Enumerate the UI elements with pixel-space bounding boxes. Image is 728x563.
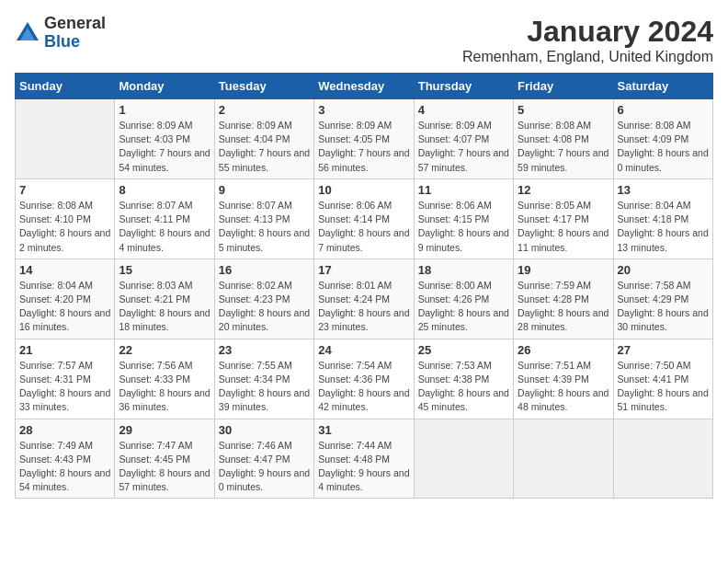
day-info: Sunrise: 7:54 AMSunset: 4:36 PMDaylight:… (318, 359, 409, 415)
calendar-week-row: 28Sunrise: 7:49 AMSunset: 4:43 PMDayligh… (16, 419, 713, 499)
day-info: Sunrise: 7:44 AMSunset: 4:48 PMDaylight:… (318, 439, 409, 495)
weekday-header-row: SundayMondayTuesdayWednesdayThursdayFrid… (16, 74, 713, 99)
calendar-cell: 1Sunrise: 8:09 AMSunset: 4:03 PMDaylight… (115, 99, 214, 179)
day-number: 1 (119, 103, 210, 117)
day-info: Sunrise: 8:08 AMSunset: 4:10 PMDaylight:… (19, 199, 110, 255)
logo: General Blue (15, 15, 106, 52)
calendar-cell: 18Sunrise: 8:00 AMSunset: 4:26 PMDayligh… (414, 259, 513, 339)
day-number: 21 (19, 343, 110, 357)
calendar-cell: 13Sunrise: 8:04 AMSunset: 4:18 PMDayligh… (613, 178, 712, 259)
day-number: 29 (119, 423, 210, 437)
day-number: 11 (418, 183, 509, 197)
calendar-cell: 30Sunrise: 7:46 AMSunset: 4:47 PMDayligh… (214, 419, 313, 499)
day-info: Sunrise: 8:03 AMSunset: 4:21 PMDaylight:… (119, 279, 210, 335)
calendar-cell: 29Sunrise: 7:47 AMSunset: 4:45 PMDayligh… (115, 419, 214, 499)
day-info: Sunrise: 8:00 AMSunset: 4:26 PMDaylight:… (418, 279, 509, 335)
day-info: Sunrise: 8:09 AMSunset: 4:05 PMDaylight:… (318, 119, 409, 175)
calendar-subtitle: Remenham, England, United Kingdom (462, 49, 713, 65)
day-info: Sunrise: 7:51 AMSunset: 4:39 PMDaylight:… (518, 359, 609, 415)
calendar-week-row: 14Sunrise: 8:04 AMSunset: 4:20 PMDayligh… (16, 259, 713, 339)
day-number: 12 (518, 183, 609, 197)
day-number: 13 (618, 183, 709, 197)
calendar-cell: 11Sunrise: 8:06 AMSunset: 4:15 PMDayligh… (414, 178, 513, 259)
day-info: Sunrise: 8:06 AMSunset: 4:14 PMDaylight:… (318, 199, 409, 255)
calendar-cell: 4Sunrise: 8:09 AMSunset: 4:07 PMDaylight… (414, 99, 513, 179)
day-number: 30 (219, 423, 310, 437)
calendar-cell: 15Sunrise: 8:03 AMSunset: 4:21 PMDayligh… (115, 259, 214, 339)
calendar-cell: 14Sunrise: 8:04 AMSunset: 4:20 PMDayligh… (16, 259, 115, 339)
calendar-cell: 6Sunrise: 8:08 AMSunset: 4:09 PMDaylight… (613, 99, 712, 179)
weekday-header: Friday (514, 74, 613, 99)
calendar-cell: 5Sunrise: 8:08 AMSunset: 4:08 PMDaylight… (514, 99, 613, 179)
weekday-header: Sunday (16, 74, 115, 99)
calendar-cell: 2Sunrise: 8:09 AMSunset: 4:04 PMDaylight… (214, 99, 313, 179)
calendar-cell (414, 419, 513, 499)
day-number: 17 (318, 263, 409, 277)
day-number: 16 (219, 263, 310, 277)
day-number: 9 (219, 183, 310, 197)
calendar-cell: 7Sunrise: 8:08 AMSunset: 4:10 PMDaylight… (16, 178, 115, 259)
calendar-cell: 21Sunrise: 7:57 AMSunset: 4:31 PMDayligh… (16, 339, 115, 419)
calendar-week-row: 7Sunrise: 8:08 AMSunset: 4:10 PMDaylight… (16, 178, 713, 259)
calendar-cell (514, 419, 613, 499)
weekday-header: Monday (115, 74, 214, 99)
calendar-title: January 2024 (462, 15, 713, 49)
day-number: 2 (219, 103, 310, 117)
calendar-cell: 31Sunrise: 7:44 AMSunset: 4:48 PMDayligh… (314, 419, 414, 499)
weekday-header: Saturday (613, 74, 712, 99)
day-info: Sunrise: 7:59 AMSunset: 4:28 PMDaylight:… (518, 279, 609, 335)
day-number: 3 (318, 103, 409, 117)
day-number: 23 (219, 343, 310, 357)
calendar-cell: 19Sunrise: 7:59 AMSunset: 4:28 PMDayligh… (514, 259, 613, 339)
day-info: Sunrise: 7:53 AMSunset: 4:38 PMDaylight:… (418, 359, 509, 415)
logo-text: General Blue (44, 15, 106, 52)
logo-icon (15, 20, 40, 46)
day-number: 18 (418, 263, 509, 277)
weekday-header: Thursday (414, 74, 513, 99)
day-number: 28 (19, 423, 110, 437)
calendar-cell: 26Sunrise: 7:51 AMSunset: 4:39 PMDayligh… (514, 339, 613, 419)
day-info: Sunrise: 8:09 AMSunset: 4:04 PMDaylight:… (219, 119, 310, 175)
calendar-cell: 22Sunrise: 7:56 AMSunset: 4:33 PMDayligh… (115, 339, 214, 419)
day-number: 26 (518, 343, 609, 357)
day-info: Sunrise: 8:05 AMSunset: 4:17 PMDaylight:… (518, 199, 609, 255)
calendar-cell: 3Sunrise: 8:09 AMSunset: 4:05 PMDaylight… (314, 99, 414, 179)
day-number: 24 (318, 343, 409, 357)
day-number: 20 (618, 263, 709, 277)
calendar-cell: 10Sunrise: 8:06 AMSunset: 4:14 PMDayligh… (314, 178, 414, 259)
weekday-header: Tuesday (214, 74, 313, 99)
day-info: Sunrise: 7:55 AMSunset: 4:34 PMDaylight:… (219, 359, 310, 415)
calendar-cell: 25Sunrise: 7:53 AMSunset: 4:38 PMDayligh… (414, 339, 513, 419)
day-number: 19 (518, 263, 609, 277)
day-info: Sunrise: 8:04 AMSunset: 4:20 PMDaylight:… (19, 279, 110, 335)
day-info: Sunrise: 7:56 AMSunset: 4:33 PMDaylight:… (119, 359, 210, 415)
day-number: 4 (418, 103, 509, 117)
day-info: Sunrise: 8:09 AMSunset: 4:07 PMDaylight:… (418, 119, 509, 175)
logo-blue: Blue (44, 33, 106, 52)
calendar-week-row: 21Sunrise: 7:57 AMSunset: 4:31 PMDayligh… (16, 339, 713, 419)
day-info: Sunrise: 8:07 AMSunset: 4:11 PMDaylight:… (119, 199, 210, 255)
day-number: 10 (318, 183, 409, 197)
day-info: Sunrise: 8:08 AMSunset: 4:08 PMDaylight:… (518, 119, 609, 175)
calendar-week-row: 1Sunrise: 8:09 AMSunset: 4:03 PMDaylight… (16, 99, 713, 179)
calendar-cell: 16Sunrise: 8:02 AMSunset: 4:23 PMDayligh… (214, 259, 313, 339)
calendar-cell (16, 99, 115, 179)
day-info: Sunrise: 7:58 AMSunset: 4:29 PMDaylight:… (618, 279, 709, 335)
day-number: 25 (418, 343, 509, 357)
calendar-cell: 28Sunrise: 7:49 AMSunset: 4:43 PMDayligh… (16, 419, 115, 499)
day-info: Sunrise: 8:02 AMSunset: 4:23 PMDaylight:… (219, 279, 310, 335)
day-info: Sunrise: 7:50 AMSunset: 4:41 PMDaylight:… (618, 359, 709, 415)
day-info: Sunrise: 8:07 AMSunset: 4:13 PMDaylight:… (219, 199, 310, 255)
calendar-cell: 23Sunrise: 7:55 AMSunset: 4:34 PMDayligh… (214, 339, 313, 419)
day-info: Sunrise: 8:06 AMSunset: 4:15 PMDaylight:… (418, 199, 509, 255)
calendar-cell: 17Sunrise: 8:01 AMSunset: 4:24 PMDayligh… (314, 259, 414, 339)
day-info: Sunrise: 7:47 AMSunset: 4:45 PMDaylight:… (119, 439, 210, 495)
day-info: Sunrise: 8:01 AMSunset: 4:24 PMDaylight:… (318, 279, 409, 335)
day-number: 7 (19, 183, 110, 197)
calendar-cell (613, 419, 712, 499)
day-number: 15 (119, 263, 210, 277)
logo-general: General (44, 15, 106, 33)
calendar-cell: 9Sunrise: 8:07 AMSunset: 4:13 PMDaylight… (214, 178, 313, 259)
day-info: Sunrise: 8:08 AMSunset: 4:09 PMDaylight:… (618, 119, 709, 175)
day-info: Sunrise: 7:49 AMSunset: 4:43 PMDaylight:… (19, 439, 110, 495)
